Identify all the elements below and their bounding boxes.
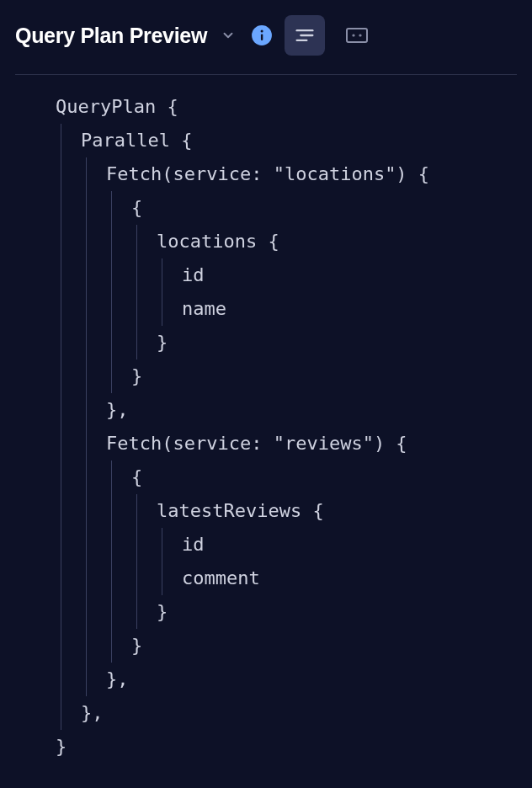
indent-guide [61,461,61,494]
code-line: name [56,292,532,326]
indent-guide [86,629,87,663]
code-line: }, [56,663,532,696]
visual-view-button[interactable] [337,15,377,56]
indent-guide [86,595,87,629]
indent-guide [136,528,137,562]
code-line: } [56,629,532,663]
indent-guide [111,225,112,258]
indent-guide [61,393,61,427]
svg-rect-6 [347,29,367,42]
indent-guide [86,427,87,461]
indent-guide [136,562,137,595]
code-line: { [56,461,532,494]
indent-guide [86,225,87,258]
indent-guide [61,663,61,696]
indent-guide [162,258,162,292]
indent-guide [111,292,112,326]
indent-guide [61,696,61,730]
code-text: QueryPlan { [56,96,178,117]
indent-guide [86,157,87,191]
indent-guide [162,562,162,595]
code-text: } [56,365,142,386]
code-line: QueryPlan { [56,90,532,124]
toolbar [251,15,377,56]
indent-guide [86,191,87,225]
indent-guide [111,326,112,359]
text-view-button[interactable] [285,15,325,56]
indent-guide [86,393,87,427]
indent-guide [86,461,87,494]
indent-guide [86,326,87,359]
code-text: latestReviews { [56,500,324,521]
indent-guide [61,595,61,629]
code-line: Fetch(service: "reviews") { [56,427,532,461]
indent-guide [136,292,137,326]
indent-guide [61,528,61,562]
indent-guide [61,562,61,595]
indent-guide [111,562,112,595]
indent-guide [61,292,61,326]
indent-guide [162,528,162,562]
code-line: locations { [56,225,532,258]
svg-point-7 [353,35,354,35]
code-text: id [56,264,205,285]
code-viewer: QueryPlan {Parallel {Fetch(service: "loc… [0,75,532,764]
indent-guide [111,528,112,562]
code-text: name [56,298,226,319]
code-text: Parallel { [56,130,192,151]
code-line: } [56,595,532,629]
indent-guide [111,359,112,393]
indent-guide [111,258,112,292]
indent-guide [61,326,61,359]
info-icon[interactable] [251,24,273,46]
indent-guide [61,427,61,461]
indent-guide [111,191,112,225]
indent-guide [61,124,61,157]
code-line: } [56,359,532,393]
code-line: { [56,191,532,225]
indent-guide [86,528,87,562]
indent-guide [86,562,87,595]
indent-guide [111,595,112,629]
code-line: }, [56,696,532,730]
svg-point-8 [359,35,360,35]
indent-guide [86,292,87,326]
indent-guide [61,225,61,258]
code-line: id [56,528,532,562]
indent-guide [136,326,137,359]
indent-guide [61,157,61,191]
indent-guide [61,191,61,225]
indent-guide [86,494,87,528]
code-text: locations { [56,231,279,252]
indent-guide [86,258,87,292]
code-line: latestReviews { [56,494,532,528]
svg-rect-1 [261,34,263,40]
indent-guide [86,359,87,393]
code-text: Fetch(service: "locations") { [56,163,429,184]
chevron-down-icon[interactable] [219,26,237,45]
indent-guide [61,494,61,528]
indent-guide [136,258,137,292]
code-line: comment [56,562,532,595]
indent-guide [162,292,162,326]
indent-guide [136,494,137,528]
code-text: }, [56,668,129,690]
code-line: id [56,258,532,292]
indent-guide [136,595,137,629]
code-line: } [56,326,532,359]
code-line: }, [56,393,532,427]
code-text: } [56,635,142,656]
indent-guide [111,494,112,528]
page-title: Query Plan Preview [15,24,207,48]
indent-guide [61,629,61,663]
code-text: }, [56,399,129,420]
code-text: } [56,736,66,757]
indent-guide [61,258,61,292]
indent-guide [136,225,137,258]
code-text: id [56,534,205,555]
code-text: { [56,197,142,218]
code-line: } [56,730,532,764]
header-bar: Query Plan Preview [0,0,532,74]
code-text: Fetch(service: "reviews") { [56,433,407,454]
indent-guide [86,663,87,696]
